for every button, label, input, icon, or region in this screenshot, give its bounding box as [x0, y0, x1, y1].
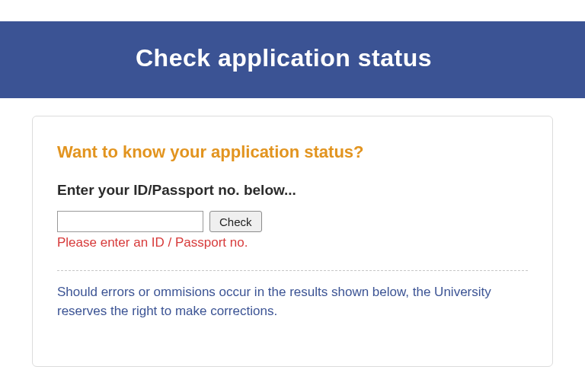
error-message: Please enter an ID / Passport no. — [57, 235, 528, 250]
card-subtitle: Want to know your application status? — [57, 142, 528, 162]
divider — [57, 270, 528, 271]
header-bar: Check application status — [0, 21, 585, 98]
id-passport-input[interactable] — [57, 211, 203, 232]
page-title: Check application status — [0, 44, 585, 72]
disclaimer-text: Should errors or ommisions occur in the … — [57, 283, 528, 320]
input-instruction: Enter your ID/Passport no. below... — [57, 182, 528, 199]
input-row: Check — [57, 211, 528, 232]
status-card: Want to know your application status? En… — [32, 116, 553, 367]
check-button[interactable]: Check — [209, 211, 262, 232]
